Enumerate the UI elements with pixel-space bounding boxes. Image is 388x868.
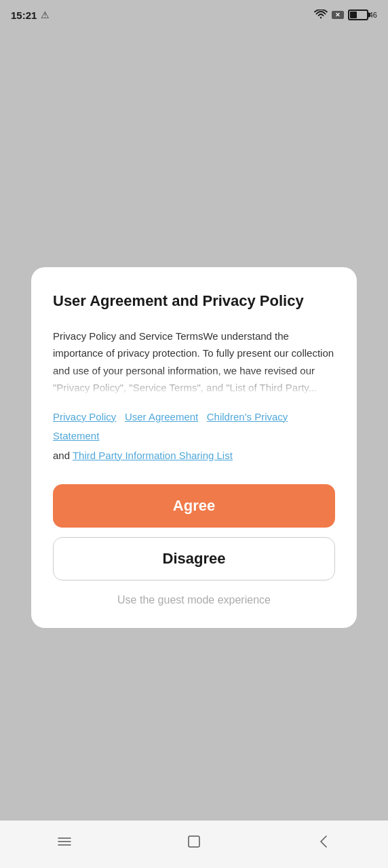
square-icon — [185, 833, 203, 850]
disagree-button[interactable]: Disagree — [53, 537, 335, 580]
status-left: 15:21 ⚠ — [11, 9, 50, 21]
agree-button[interactable]: Agree — [53, 484, 335, 528]
status-bar: 15:21 ⚠ ✕ 46 — [0, 0, 388, 30]
battery-level — [350, 12, 357, 18]
menu-icon — [56, 833, 73, 850]
battery-body — [348, 9, 368, 20]
modal-title: User Agreement and Privacy Policy — [53, 292, 335, 311]
back-icon — [315, 833, 332, 850]
modal-overlay: User Agreement and Privacy Policy Privac… — [0, 0, 388, 868]
nav-bar — [0, 821, 388, 868]
nav-back-button[interactable] — [310, 828, 337, 855]
wifi-icon — [314, 9, 328, 20]
nav-menu-button[interactable] — [51, 828, 78, 855]
battery-indicator: 46 — [348, 9, 377, 20]
links-section: Privacy Policy User Agreement Children's… — [53, 408, 335, 466]
links-prefix: and — [53, 450, 73, 461]
modal-body-text: Privacy Policy and Service TermsWe under… — [53, 328, 335, 397]
status-right: ✕ 46 — [314, 9, 377, 20]
third-party-sharing-link[interactable]: Third Party Information Sharing List — [73, 450, 233, 461]
user-agreement-link[interactable]: User Agreement — [125, 411, 198, 422]
modal-dialog: User Agreement and Privacy Policy Privac… — [31, 267, 357, 628]
warning-icon: ⚠ — [41, 9, 50, 20]
status-time: 15:21 — [11, 9, 37, 21]
svg-rect-3 — [189, 836, 199, 847]
guest-mode-button[interactable]: Use the guest mode experience — [53, 594, 335, 606]
nav-home-button[interactable] — [180, 828, 208, 855]
privacy-policy-link[interactable]: Privacy Policy — [53, 411, 116, 422]
battery-x-icon: ✕ — [332, 11, 344, 19]
